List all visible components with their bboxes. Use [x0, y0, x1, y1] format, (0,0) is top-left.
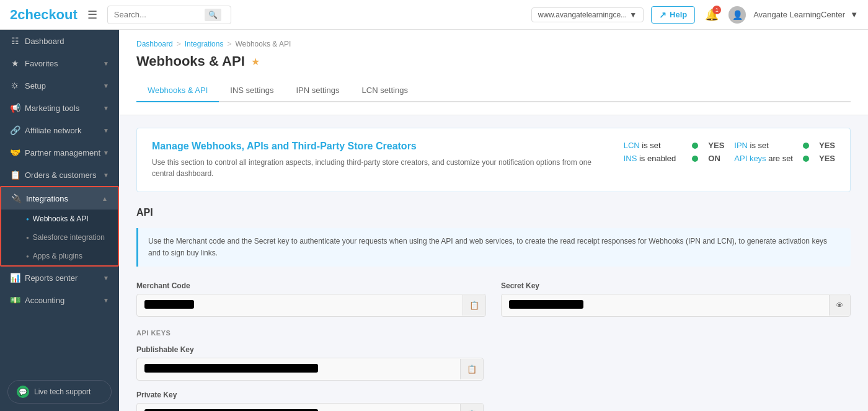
sidebar-item-favorites[interactable]: ★ Favorites ▼ — [0, 52, 119, 74]
sidebar-item-orders-customers[interactable]: 📋 Orders & customers ▼ — [0, 164, 119, 186]
salesforce-dot-icon: ● — [26, 235, 29, 241]
live-support-button[interactable]: 💬 Live tech support — [7, 380, 112, 404]
sidebar-label-setup: Setup — [25, 81, 46, 91]
private-key-copy-button[interactable]: 📋 — [460, 404, 483, 411]
sidebar-item-marketing-tools[interactable]: 📢 Marketing tools ▼ — [0, 97, 119, 119]
sidebar-item-affiliate-network[interactable]: 🔗 Affiliate network ▼ — [0, 119, 119, 141]
favorite-star-icon[interactable]: ★ — [251, 56, 260, 68]
ins-label: INS is enabled — [624, 154, 683, 163]
topbar-right: www.avangatelearningce... ▼ ↗ Help 🔔 1 👤… — [531, 6, 858, 24]
dashboard-icon: ☷ — [10, 36, 20, 46]
private-key-input-wrap: 📋 — [136, 403, 484, 411]
breadcrumb-integrations[interactable]: Integrations — [185, 40, 224, 48]
apps-plugins-label: Apps & plugins — [33, 252, 82, 260]
secret-key-label: Secret Key — [501, 281, 851, 290]
integrations-icon: 🔌 — [11, 193, 21, 203]
ipn-label: IPN is set — [734, 141, 793, 150]
breadcrumb-sep-2: > — [227, 40, 231, 48]
publishable-key-input-wrap: 📋 — [136, 358, 484, 381]
hamburger-button[interactable]: ☰ — [85, 6, 100, 24]
secret-key-group: Secret Key 👁 — [501, 281, 851, 317]
live-support-icon: 💬 — [17, 386, 29, 398]
secret-key-masked — [502, 294, 829, 316]
salesforce-label: Salesforce integration — [33, 233, 105, 242]
sidebar-bottom: 💬 Live tech support — [0, 373, 119, 411]
orders-icon: 📋 — [10, 170, 20, 180]
setup-icon: ⛭ — [10, 81, 20, 91]
info-banner-title: Manage Webhooks, APIs and Third-Party St… — [152, 141, 599, 152]
tab-ipn-settings[interactable]: IPN settings — [285, 79, 350, 102]
breadcrumb: Dashboard > Integrations > Webhooks & AP… — [136, 40, 851, 48]
ins-status-val: ON — [708, 154, 724, 163]
orders-chevron-icon: ▼ — [103, 172, 109, 179]
integrations-submenu: ● Webhooks & API ● Salesforce integratio… — [1, 210, 118, 265]
accounting-icon: 💵 — [10, 295, 20, 305]
ins-status-dot — [692, 156, 698, 162]
user-menu[interactable]: Avangate LearningCenter ▼ — [753, 10, 858, 19]
tab-lcn-settings[interactable]: LCN settings — [351, 79, 419, 102]
page-title-row: Webhooks & API ★ — [136, 53, 851, 69]
api-keys-section-title: API KEYS — [136, 329, 851, 337]
sidebar-item-accounting[interactable]: 💵 Accounting ▼ — [0, 289, 119, 311]
page-title: Webhooks & API — [136, 53, 245, 69]
affiliate-chevron-icon: ▼ — [103, 127, 109, 134]
domain-chevron-icon: ▼ — [629, 11, 637, 19]
affiliate-icon: 🔗 — [10, 125, 20, 135]
sidebar-label-affiliate: Affiliate network — [25, 126, 82, 135]
integrations-chevron-icon: ▲ — [102, 195, 108, 202]
webhooks-dot-icon: ● — [26, 216, 29, 222]
help-label: Help — [670, 10, 687, 19]
merchant-code-label: Merchant Code — [136, 281, 486, 290]
sidebar-label-dashboard: Dashboard — [25, 37, 64, 46]
domain-text: www.avangatelearningce... — [538, 11, 627, 19]
sidebar-label-accounting: Accounting — [25, 296, 64, 305]
api-info-note: Use the Merchant code and the Secret key… — [136, 228, 851, 267]
search-input[interactable] — [114, 10, 201, 19]
publishable-key-copy-button[interactable]: 📋 — [460, 359, 483, 379]
breadcrumb-dashboard[interactable]: Dashboard — [136, 40, 173, 48]
publishable-key-label: Publishable Key — [136, 345, 484, 354]
notifications-button[interactable]: 🔔 1 — [702, 6, 721, 24]
lcn-label: LCN is set — [624, 141, 683, 150]
sidebar-sub-webhooks-api[interactable]: ● Webhooks & API — [1, 210, 118, 228]
domain-selector[interactable]: www.avangatelearningce... ▼ — [531, 7, 644, 22]
breadcrumb-current: Webhooks & API — [235, 40, 291, 48]
tabs: Webhooks & API INS settings IPN settings… — [136, 79, 851, 102]
sidebar-sub-apps-plugins[interactable]: ● Apps & plugins — [1, 247, 118, 265]
sidebar-item-setup[interactable]: ⛭ Setup ▼ — [0, 74, 119, 97]
sidebar-label-reports: Reports center — [25, 273, 78, 283]
tab-webhooks-api[interactable]: Webhooks & API — [136, 79, 219, 102]
help-button[interactable]: ↗ Help — [651, 6, 695, 24]
logo[interactable]: 2checkout — [10, 7, 78, 23]
search-button[interactable]: 🔍 — [205, 9, 221, 21]
secret-key-value — [509, 300, 583, 309]
info-banner-desc: Use this section to control all integrat… — [152, 157, 599, 179]
merchant-code-input-wrap: 📋 — [136, 294, 486, 317]
sidebar-label-orders: Orders & customers — [25, 170, 97, 180]
merchant-code-copy-button[interactable]: 📋 — [463, 295, 485, 316]
publishable-key-value — [144, 364, 318, 373]
sidebar-item-reports-center[interactable]: 📊 Reports center ▼ — [0, 267, 119, 289]
logo-text: 2checkout — [10, 7, 78, 22]
reports-chevron-icon: ▼ — [103, 275, 109, 281]
secret-key-show-button[interactable]: 👁 — [829, 295, 850, 316]
api-keys-status-val: YES — [819, 154, 835, 163]
info-banner: Manage Webhooks, APIs and Third-Party St… — [136, 128, 851, 192]
secret-key-input-wrap: 👁 — [501, 294, 851, 317]
ipn-status-dot — [803, 143, 809, 149]
marketing-icon: 📢 — [10, 103, 20, 113]
merchant-code-value — [144, 300, 194, 309]
tab-ins-settings[interactable]: INS settings — [219, 79, 285, 102]
api-keys-status-dot — [803, 156, 809, 162]
webhooks-api-label: Webhooks & API — [33, 214, 89, 223]
publishable-key-group: Publishable Key 📋 — [136, 345, 484, 381]
info-banner-right: LCN is set YES IPN is set YES INS is ena… — [624, 141, 835, 163]
info-banner-left: Manage Webhooks, APIs and Third-Party St… — [152, 141, 599, 179]
sidebar-sub-salesforce[interactable]: ● Salesforce integration — [1, 228, 118, 247]
sidebar-item-integrations[interactable]: 🔌 Integrations ▲ — [1, 187, 118, 210]
favorites-chevron-icon: ▼ — [103, 60, 109, 67]
sidebar-item-dashboard[interactable]: ☷ Dashboard — [0, 30, 119, 52]
breadcrumb-sep-1: > — [177, 40, 181, 48]
sidebar-label-integrations: Integrations — [26, 194, 68, 203]
sidebar-item-partner-management[interactable]: 🤝 Partner management ▼ — [0, 141, 119, 164]
